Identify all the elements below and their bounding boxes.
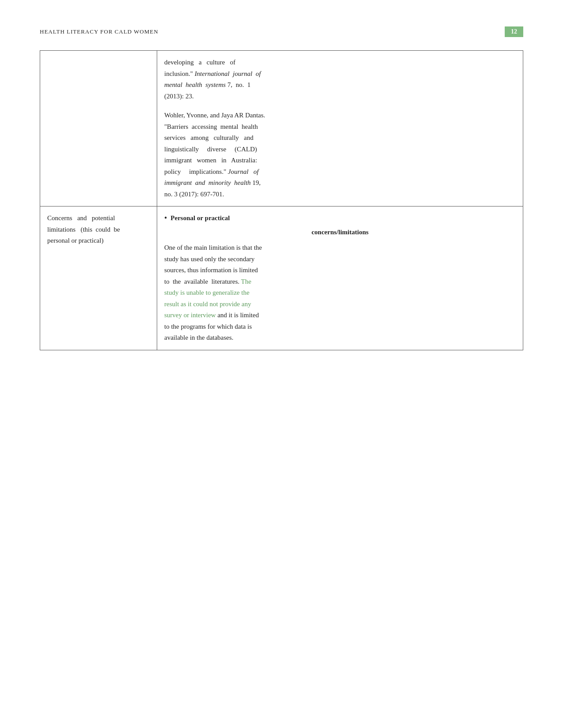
bullet-label-personal: Personal	[170, 214, 195, 221]
content-table: developing a culture of inclusion." Inte…	[40, 50, 523, 350]
bullet-label-practical: practical	[205, 214, 230, 221]
table-row-references: developing a culture of inclusion." Inte…	[40, 51, 523, 206]
reference-block-2: Wohler, Yvonne, and Jaya AR Dantas. "Bar…	[164, 110, 516, 200]
ref2-text: Wohler, Yvonne, and Jaya AR Dantas. "Bar…	[164, 112, 265, 198]
document-title: HEALTH LITERACY FOR CALD WOMEN	[40, 28, 159, 35]
bullet-label-or: or	[197, 214, 203, 221]
reference-block-1: developing a culture of inclusion." Inte…	[164, 57, 516, 102]
page: HEALTH LITERACY FOR CALD WOMEN 12 develo…	[0, 0, 563, 728]
concerns-label: Concerns and potential limitations (this…	[47, 214, 120, 244]
left-cell-empty	[40, 51, 157, 206]
bullet-heading: • Personal or practical	[164, 213, 516, 224]
section-subheading: concerns/limitations	[164, 227, 516, 238]
subheading-text: concerns/limitations	[311, 229, 368, 236]
right-cell-concerns: • Personal or practical concerns/limitat…	[157, 206, 523, 350]
page-header: HEALTH LITERACY FOR CALD WOMEN 12	[40, 26, 523, 37]
body-text-block: One of the main limitation is that the s…	[164, 242, 516, 344]
right-cell-references: developing a culture of inclusion." Inte…	[157, 51, 523, 206]
table-row-concerns: Concerns and potential limitations (this…	[40, 206, 523, 350]
bullet-icon: •	[164, 213, 167, 224]
bullet-text: Personal or practical	[170, 213, 230, 224]
page-number: 12	[505, 26, 523, 37]
left-cell-concerns: Concerns and potential limitations (this…	[40, 206, 157, 350]
ref1-text: developing a culture of inclusion." Inte…	[164, 59, 261, 100]
